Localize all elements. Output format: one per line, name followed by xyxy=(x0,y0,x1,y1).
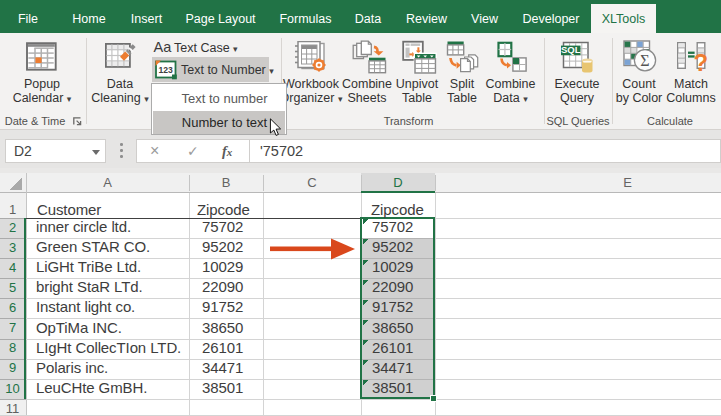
svg-text:SQL: SQL xyxy=(561,44,581,55)
svg-text:Σ: Σ xyxy=(640,52,649,69)
svg-text:123: 123 xyxy=(158,65,173,75)
svg-text:?: ? xyxy=(693,49,707,73)
